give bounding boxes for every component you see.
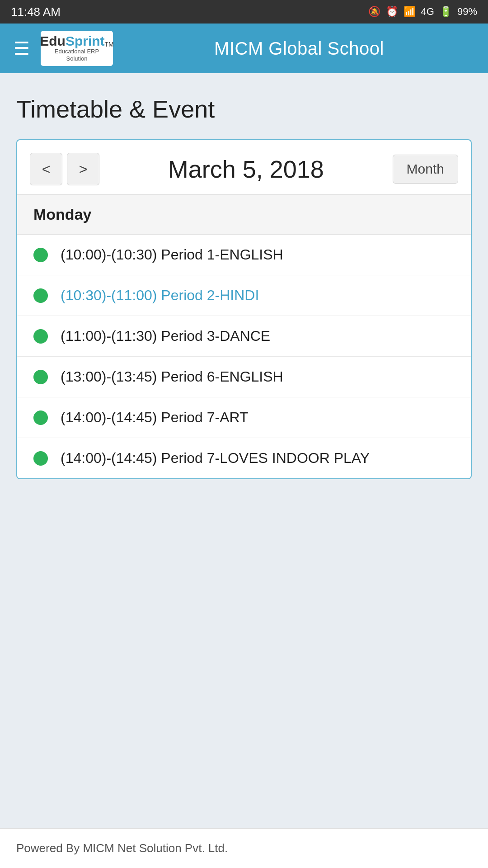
alarm-icon: ⏰ [386, 6, 398, 18]
period-label: (14:00)-(14:45) Period 7-LOVES INDOOR PL… [61, 450, 370, 467]
timetable-item: (13:00)-(13:45) Period 6-ENGLISH [17, 357, 471, 397]
day-header: Monday [17, 195, 471, 235]
period-label: (10:00)-(10:30) Period 1-ENGLISH [61, 246, 283, 263]
calendar-header: < > March 5, 2018 Month [17, 140, 471, 195]
status-time: 11:48 AM [11, 5, 61, 19]
footer-text: Powered By MICM Net Solution Pvt. Ltd. [16, 841, 228, 855]
prev-button[interactable]: < [30, 153, 62, 185]
logo-sprint-text: Sprint [66, 33, 105, 48]
period-dot [33, 370, 48, 384]
logo-edu-text: EduSprint [40, 34, 104, 48]
hamburger-icon[interactable]: ☰ [14, 38, 30, 59]
logo-subtitle: Educational ERP Solution [47, 48, 107, 62]
period-dot [33, 451, 48, 466]
battery-level: 99% [457, 6, 477, 18]
network-label: 4G [421, 6, 434, 18]
next-button[interactable]: > [67, 153, 99, 185]
calendar-date: March 5, 2018 [99, 155, 393, 183]
page-title: Timetable & Event [16, 95, 472, 123]
timetable-item: (14:00)-(14:45) Period 7-LOVES INDOOR PL… [17, 438, 471, 478]
period-label: (13:00)-(13:45) Period 6-ENGLISH [61, 368, 283, 385]
calendar-card: < > March 5, 2018 Month Monday (10:00)-(… [16, 139, 472, 479]
day-label: Monday [33, 206, 91, 223]
navbar-title: MICM Global School [124, 38, 474, 59]
period-label[interactable]: (10:30)-(11:00) Period 2-HINDI [61, 287, 259, 304]
status-bar: 11:48 AM 🔕 ⏰ 📶 4G 🔋 99% [0, 0, 488, 24]
main-content: Timetable & Event < > March 5, 2018 Mont… [0, 73, 488, 828]
battery-icon: 🔋 [440, 6, 452, 18]
period-dot [33, 248, 48, 262]
logo-tm: TM [105, 41, 114, 48]
month-button[interactable]: Month [393, 155, 458, 184]
period-label: (14:00)-(14:45) Period 7-ART [61, 409, 249, 426]
status-icons: 🔕 ⏰ 📶 4G 🔋 99% [368, 6, 477, 18]
timetable-item: (14:00)-(14:45) Period 7-ART [17, 397, 471, 438]
navbar: ☰ EduSprint TM Educational ERP Solution … [0, 24, 488, 73]
period-label: (11:00)-(11:30) Period 3-DANCE [61, 328, 270, 344]
timetable-list: (10:00)-(10:30) Period 1-ENGLISH(10:30)-… [17, 235, 471, 478]
logo: EduSprint TM Educational ERP Solution [41, 31, 113, 66]
period-dot [33, 288, 48, 303]
mute-icon: 🔕 [368, 6, 380, 18]
footer: Powered By MICM Net Solution Pvt. Ltd. [0, 828, 488, 868]
period-dot [33, 329, 48, 344]
timetable-item: (11:00)-(11:30) Period 3-DANCE [17, 316, 471, 357]
timetable-item[interactable]: (10:30)-(11:00) Period 2-HINDI [17, 275, 471, 316]
period-dot [33, 410, 48, 425]
signal-icon: 📶 [404, 6, 416, 18]
timetable-item: (10:00)-(10:30) Period 1-ENGLISH [17, 235, 471, 275]
